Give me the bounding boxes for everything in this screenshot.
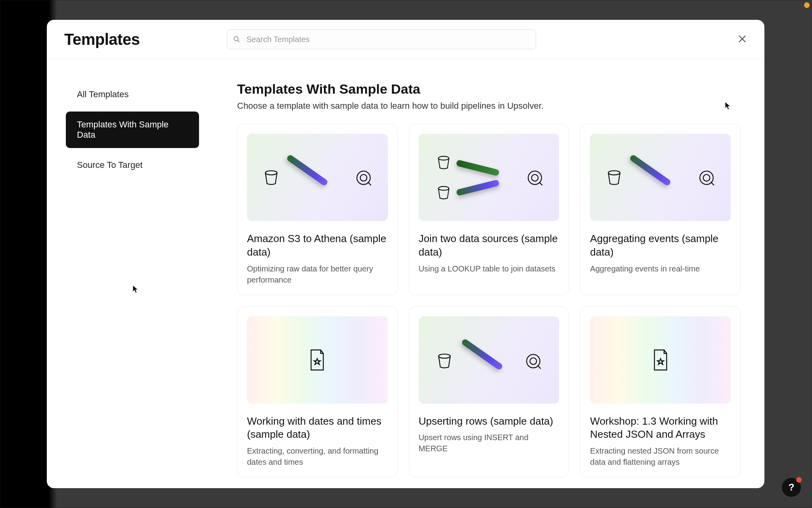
- svg-line-1: [238, 40, 239, 42]
- card-desc: Upsert rows using INSERT and MERGE: [419, 432, 559, 454]
- card-desc: Optimizing raw data for better query per…: [247, 263, 388, 285]
- sidebar-item-label: All Templates: [77, 89, 128, 99]
- svg-line-16: [710, 182, 714, 185]
- svg-point-15: [703, 175, 710, 181]
- sidebar-item-label: Source To Target: [77, 160, 143, 170]
- search-input[interactable]: [227, 29, 536, 49]
- query-icon: [527, 169, 543, 186]
- section-title: Templates With Sample Data: [237, 81, 741, 97]
- bucket-icon: [606, 169, 622, 186]
- bucket-icon: [436, 353, 453, 369]
- svg-point-8: [438, 156, 449, 160]
- svg-point-9: [438, 187, 449, 190]
- card-thumbnail: [419, 316, 559, 404]
- modal-header: Templates: [47, 20, 764, 59]
- card-desc: Using a LOOKUP table to join datasets: [419, 263, 559, 274]
- query-icon: [525, 353, 542, 369]
- connector-icon: [456, 179, 500, 196]
- card-title: Workshop: 1.3 Working with Nested JSON a…: [590, 415, 731, 442]
- svg-line-12: [539, 182, 542, 185]
- template-card[interactable]: Join two data sources (sample data) Usin…: [409, 124, 569, 295]
- connector-icon: [629, 154, 672, 187]
- bucket-icon: [436, 155, 451, 170]
- section-subtitle: Choose a template with sample data to le…: [237, 101, 741, 111]
- connector-icon: [461, 338, 503, 371]
- svg-point-13: [609, 171, 620, 175]
- sidebar: All Templates Templates With Sample Data…: [47, 59, 213, 488]
- card-desc: Extracting, converting, and formatting d…: [247, 445, 388, 468]
- template-card[interactable]: Aggregating events (sample data) Aggrega…: [580, 124, 741, 295]
- file-star-icon: [652, 349, 669, 371]
- close-button[interactable]: [734, 31, 750, 47]
- card-thumbnail: [590, 134, 731, 221]
- cards-grid: Amazon S3 to Athena (sample data) Optimi…: [237, 124, 741, 477]
- svg-line-20: [538, 365, 541, 368]
- sidebar-item-templates-with-sample-data[interactable]: Templates With Sample Data: [66, 112, 199, 148]
- close-icon: [738, 35, 747, 44]
- svg-point-0: [234, 37, 239, 41]
- connector-icon: [456, 160, 500, 176]
- help-icon: ?: [789, 482, 795, 493]
- bucket-icon: [436, 185, 451, 200]
- svg-point-6: [360, 175, 367, 181]
- card-thumbnail: [419, 134, 559, 221]
- file-star-icon: [308, 349, 326, 371]
- modal-body: All Templates Templates With Sample Data…: [47, 59, 764, 488]
- card-desc: Extracting nested JSON from source data …: [590, 445, 731, 468]
- card-title: Join two data sources (sample data): [419, 232, 559, 259]
- search-icon: [233, 36, 240, 43]
- recording-indicator-icon: [804, 2, 810, 8]
- card-thumbnail: [590, 316, 731, 404]
- svg-line-7: [368, 182, 371, 185]
- bucket-icon: [263, 169, 280, 186]
- template-card[interactable]: Working with dates and times (sample dat…: [237, 306, 398, 478]
- template-card[interactable]: Amazon S3 to Athena (sample data) Optimi…: [237, 124, 398, 295]
- template-card[interactable]: Upserting rows (sample data) Upsert rows…: [409, 306, 569, 478]
- card-thumbnail: [247, 316, 388, 404]
- query-icon: [698, 169, 715, 186]
- card-desc: Aggregating events in real-time: [590, 263, 731, 274]
- card-title: Upserting rows (sample data): [419, 415, 559, 428]
- svg-point-11: [532, 175, 538, 181]
- card-title: Working with dates and times (sample dat…: [247, 415, 388, 442]
- sidebar-item-all-templates[interactable]: All Templates: [66, 81, 199, 108]
- search-wrap: [227, 29, 536, 49]
- query-icon: [355, 169, 372, 186]
- sidebar-item-source-to-target[interactable]: Source To Target: [66, 152, 199, 178]
- notification-badge-icon: [796, 477, 802, 483]
- main-content: Templates With Sample Data Choose a temp…: [213, 59, 764, 488]
- help-button[interactable]: ?: [782, 478, 801, 497]
- modal-title: Templates: [64, 31, 140, 48]
- svg-point-17: [439, 354, 450, 358]
- card-thumbnail: [247, 134, 388, 221]
- template-card[interactable]: Workshop: 1.3 Working with Nested JSON a…: [580, 306, 741, 478]
- svg-point-4: [265, 171, 277, 175]
- card-title: Amazon S3 to Athena (sample data): [247, 232, 388, 259]
- svg-point-19: [530, 358, 537, 364]
- connector-icon: [286, 154, 328, 187]
- templates-modal: Templates All Templates Templates W: [47, 20, 764, 488]
- card-title: Aggregating events (sample data): [590, 232, 731, 259]
- sidebar-item-label: Templates With Sample Data: [77, 119, 169, 140]
